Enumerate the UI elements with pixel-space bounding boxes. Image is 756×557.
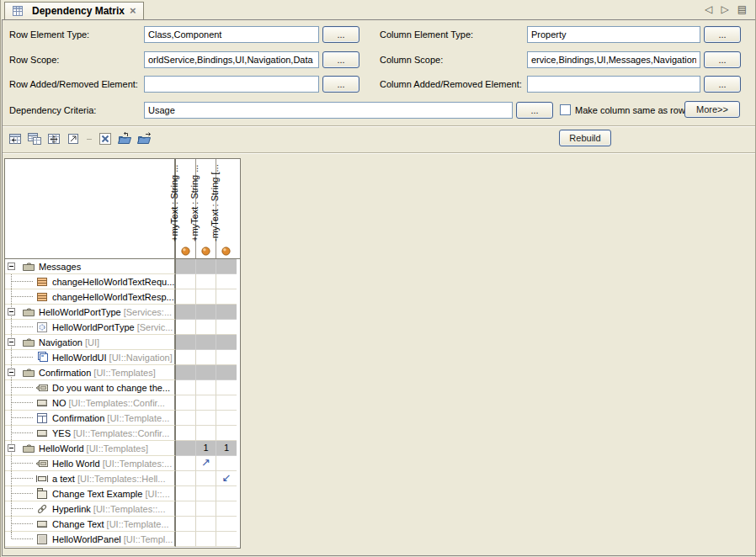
matrix-row-header[interactable]: Hyperlink[UI::Templates::... (5, 501, 176, 517)
matrix-cell[interactable] (216, 365, 237, 380)
matrix-cell[interactable] (196, 426, 216, 441)
matrix-cell[interactable] (216, 486, 237, 501)
matrix-row-header[interactable]: HelloWorldPanel[UI::Templ... (5, 532, 176, 547)
tab-list-icon[interactable]: ▤ (737, 3, 747, 15)
make-column-same-as-row-checkbox[interactable] (560, 104, 571, 115)
matrix-cell[interactable] (216, 380, 237, 395)
matrix-row-header[interactable]: HelloWorld[UI::Templates] (5, 441, 176, 456)
matrix-cell[interactable] (216, 517, 237, 532)
matrix-row-header[interactable]: Change Text[UI::Template... (5, 517, 176, 532)
tree-expander-icon[interactable] (8, 369, 15, 376)
matrix-cell[interactable] (196, 380, 216, 395)
matrix-cell[interactable] (196, 532, 216, 547)
row-element-type-input[interactable] (144, 26, 319, 43)
tree-expander-icon[interactable] (8, 444, 15, 452)
matrix-row-header[interactable]: a text[UI::Templates::Hell... (5, 471, 176, 486)
matrix-cell[interactable] (176, 350, 196, 365)
matrix-cell[interactable] (196, 289, 216, 305)
matrix-row-header[interactable]: changeHelloWorldTextRequ... (5, 274, 176, 289)
matrix-cell[interactable]: 1 (216, 441, 237, 456)
matrix-row-header[interactable]: HelloWorldPortType[Servic... (5, 320, 176, 335)
matrix-cell[interactable] (176, 274, 196, 289)
dependency-criteria-input[interactable] (144, 102, 513, 119)
matrix-cell[interactable] (176, 441, 196, 456)
matrix-cell[interactable] (196, 471, 216, 486)
column-element-type-browse-button[interactable]: ... (704, 26, 741, 43)
matrix-cell[interactable]: 1 (196, 441, 216, 456)
matrix-cell[interactable] (176, 259, 196, 274)
matrix-cell[interactable] (196, 517, 216, 532)
matrix-row-header[interactable]: changeHelloWorldTextResp... (5, 289, 176, 305)
tab-dependency-matrix[interactable]: Dependency Matrix × (4, 2, 144, 19)
dependency-criteria-browse-button[interactable]: ... (516, 102, 553, 119)
matrix-cell[interactable] (216, 320, 237, 335)
matrix-cell[interactable] (196, 365, 216, 380)
tree-expander-icon[interactable] (8, 263, 15, 270)
matrix-column-header[interactable]: -myText : String [... (216, 159, 237, 258)
column-scope-input[interactable] (527, 51, 700, 68)
matrix-cell[interactable] (216, 335, 237, 350)
matrix-cell[interactable] (176, 517, 196, 532)
matrix-swap-axes-icon[interactable] (98, 131, 113, 146)
matrix-template-icon[interactable] (27, 131, 42, 146)
row-element-type-browse-button[interactable]: ... (322, 26, 359, 43)
rebuild-button[interactable]: Rebuild (559, 130, 611, 146)
matrix-row-header[interactable]: HelloWorldUI[UI::Navigation] (5, 350, 176, 365)
matrix-cell[interactable] (216, 411, 237, 426)
scroll-tabs-left-icon[interactable]: ◁ (705, 3, 712, 15)
matrix-cell[interactable] (196, 411, 216, 426)
matrix-cell[interactable] (176, 471, 196, 486)
row-scope-browse-button[interactable]: ... (322, 51, 359, 68)
matrix-cell[interactable] (216, 350, 237, 365)
matrix-cell[interactable] (196, 305, 216, 320)
tree-expander-icon[interactable] (8, 338, 15, 346)
matrix-cell[interactable] (196, 486, 216, 501)
matrix-cell[interactable] (176, 501, 196, 517)
matrix-cell[interactable] (176, 380, 196, 395)
matrix-row-header[interactable]: Messages (5, 259, 176, 274)
matrix-cell[interactable] (216, 274, 237, 289)
matrix-cell[interactable] (196, 501, 216, 517)
matrix-cell[interactable]: ↙ (216, 471, 237, 486)
matrix-cell[interactable] (176, 320, 196, 335)
matrix-cell[interactable] (176, 395, 196, 411)
matrix-row-header[interactable]: Confirmation[UI::Templates] (5, 365, 176, 380)
matrix-cell[interactable] (176, 289, 196, 305)
matrix-cell[interactable] (196, 259, 216, 274)
matrix-cell[interactable] (176, 456, 196, 471)
row-scope-input[interactable] (144, 51, 319, 68)
matrix-cell[interactable] (176, 365, 196, 380)
matrix-row-header[interactable]: YES[UI::Templates::Confir... (5, 426, 176, 441)
matrix-cell[interactable] (216, 395, 237, 411)
matrix-cell[interactable] (196, 274, 216, 289)
matrix-cell[interactable] (216, 305, 237, 320)
matrix-cell[interactable] (176, 305, 196, 320)
matrix-row-header[interactable]: HelloWorldPortType[Services:... (5, 305, 176, 320)
column-scope-browse-button[interactable]: ... (704, 51, 741, 68)
matrix-export-icon[interactable] (136, 131, 152, 146)
matrix-cell[interactable] (216, 456, 237, 471)
matrix-cell[interactable] (196, 350, 216, 365)
column-added-removed-browse-button[interactable]: ... (704, 76, 741, 93)
matrix-cell[interactable] (216, 259, 237, 274)
row-added-removed-input[interactable] (144, 76, 319, 93)
matrix-row-header[interactable]: Hello World[UI::Templates:... (5, 456, 176, 471)
matrix-cell[interactable] (176, 486, 196, 501)
tree-expander-icon[interactable] (8, 308, 15, 316)
matrix-cell[interactable] (176, 426, 196, 441)
matrix-row-header[interactable]: NO[UI::Templates::Confir... (5, 395, 176, 411)
matrix-cell[interactable] (196, 335, 216, 350)
matrix-row-header[interactable]: Change Text Example[UI::... (5, 486, 176, 501)
column-element-type-input[interactable] (527, 26, 700, 43)
matrix-cell[interactable] (216, 289, 237, 305)
matrix-cell[interactable] (216, 501, 237, 517)
matrix-cell[interactable]: ↗ (196, 456, 216, 471)
matrix-row-header[interactable]: Navigation[UI] (5, 335, 176, 350)
matrix-cell[interactable] (216, 532, 237, 547)
scroll-tabs-right-icon[interactable]: ▷ (721, 3, 728, 15)
matrix-fit-selection-icon[interactable] (66, 131, 81, 146)
row-added-removed-browse-button[interactable]: ... (322, 76, 359, 93)
matrix-cell[interactable] (176, 532, 196, 547)
matrix-cell[interactable] (176, 411, 196, 426)
matrix-cell[interactable] (196, 395, 216, 411)
